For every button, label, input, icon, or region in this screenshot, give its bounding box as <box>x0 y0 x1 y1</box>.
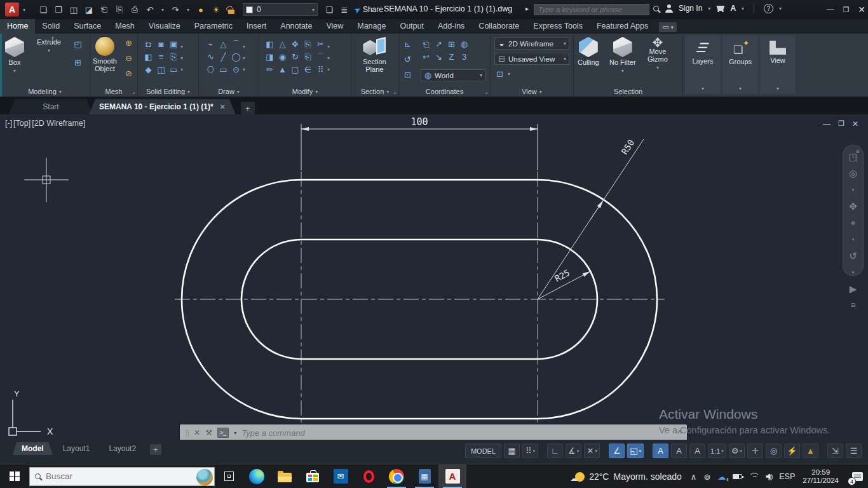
user-icon[interactable] <box>665 4 673 13</box>
solid-editing-grid[interactable]: ◘◙▣◧≡⎘◆◫▭ <box>143 39 179 75</box>
layer-on-icon[interactable]: ● <box>194 3 207 17</box>
isodraft-toggle[interactable]: ✕▾ <box>584 444 600 458</box>
draw-grid[interactable]: ⌁△⌒∿╱◯⎔▭⊙ <box>205 39 241 75</box>
mail-button[interactable]: ✉ <box>327 464 355 488</box>
zoom-icon[interactable]: ⌖ <box>850 218 855 227</box>
match-properties-icon[interactable]: ❏ <box>323 3 336 17</box>
ribbon-tab-solid[interactable]: Solid <box>35 19 67 34</box>
layer-dropdown[interactable]: 0 ▾ <box>243 3 318 16</box>
help-search-input[interactable] <box>534 4 649 15</box>
ortho-toggle[interactable]: ∟ <box>547 444 563 458</box>
hardware-acceleration-toggle[interactable]: ⚡ <box>784 444 800 458</box>
save-as-icon[interactable]: ◪ <box>83 3 95 17</box>
orbit-icon[interactable]: ↺ <box>849 251 857 261</box>
drawing-canvas[interactable]: 100 R50 R25 <box>0 114 868 440</box>
undo-caret-icon[interactable]: ▾ <box>159 3 166 17</box>
calculator-button[interactable]: ▦ <box>410 464 438 488</box>
modify-carets[interactable]: ▾▾▾ <box>327 41 330 72</box>
redo-icon[interactable]: ↷ <box>169 3 182 17</box>
layer-unlock-icon[interactable] <box>228 10 234 14</box>
workspace-gear-button[interactable]: ⚙▾ <box>729 444 745 458</box>
panel-label-draw[interactable]: Draw▾ <box>199 88 259 95</box>
ribbon-tab-manage[interactable]: Manage <box>350 19 393 34</box>
annotation-visibility-toggle[interactable]: A <box>689 444 705 458</box>
vp-view-control[interactable]: [Top] <box>13 119 31 128</box>
file-tab-close-icon[interactable]: ✕ <box>220 103 226 111</box>
panel-label-mesh[interactable]: Mesh⌟ <box>90 88 137 95</box>
showmotion-icon[interactable]: ▶ <box>850 284 857 294</box>
tray-expand-icon[interactable]: ∧ <box>691 472 697 482</box>
modify-grid[interactable]: ◧△✥⎘✂◨◉↻⎗⌒✏▲▢∈⠿ <box>264 39 326 75</box>
task-view-button[interactable] <box>215 464 243 488</box>
ribbon-tab-output[interactable]: Output <box>393 19 431 34</box>
command-input[interactable] <box>241 428 672 438</box>
move-gizmo-button[interactable]: ✥ MoveGizmo▾ <box>648 39 668 72</box>
ribbon-tab-visualize[interactable]: Visualize <box>142 19 187 34</box>
navbar-collapse-icon[interactable]: ⊟ <box>851 301 856 310</box>
taskbar-search-box[interactable] <box>29 467 215 486</box>
ucs-grid[interactable]: ⎗↗⊞◍↩↘Z3 <box>421 39 470 62</box>
sign-in-caret-icon[interactable]: ▾ <box>708 6 710 11</box>
share-label[interactable]: Share <box>363 5 383 14</box>
model-space-button[interactable]: MODEL <box>465 444 501 458</box>
ribbon-tab-collaborate[interactable]: Collaborate <box>471 19 526 34</box>
command-grip-icon[interactable]: ⣿ <box>185 429 189 437</box>
ribbon-tab-annotate[interactable]: Annotate <box>273 19 319 34</box>
volume-icon[interactable]: ))) <box>766 473 772 480</box>
app-menu-caret-icon[interactable]: ▾ <box>20 3 28 17</box>
vp-close-icon[interactable]: ✕ <box>852 119 858 128</box>
modeling-tools-column[interactable]: ◰⊞ <box>72 39 83 68</box>
recent-commands-caret-icon[interactable]: ▾ <box>234 430 236 436</box>
customize-status-button[interactable]: ☰ <box>846 444 862 458</box>
mesh-tools-column[interactable]: ⊕⊖⊘ <box>123 37 134 79</box>
model-viewport[interactable]: [-] [Top] [2D Wireframe] — ❐ ✕ ⊗ ◳ ◎ ▾ ✥… <box>0 114 868 440</box>
zoom-caret-icon[interactable]: ▾ <box>852 234 855 244</box>
command-close-icon[interactable]: ✕ <box>194 428 200 437</box>
wifi-icon[interactable] <box>749 473 759 480</box>
layout-tab-model[interactable]: Model <box>13 442 53 455</box>
microsoft-store-button[interactable] <box>299 464 327 488</box>
open-file-icon[interactable]: ❐ <box>52 3 65 17</box>
panel-label-modeling[interactable]: Modeling▾ <box>0 88 90 95</box>
ribbon-tab-home[interactable]: Home <box>0 19 35 34</box>
file-tab-document[interactable]: SEMANA 10 - Ejercicio 1 (1) (1)* ✕ <box>89 99 236 114</box>
search-icon[interactable] <box>653 6 659 11</box>
ribbon-tab-parametric[interactable]: Parametric <box>187 19 240 34</box>
panel-view-collapsed[interactable]: View▾ <box>760 36 796 94</box>
ribbon-tab-mesh[interactable]: Mesh <box>108 19 142 34</box>
annotation-monitor-toggle[interactable]: A <box>653 444 668 458</box>
ribbon-tab-addins[interactable]: Add-ins <box>431 19 471 34</box>
wireless-display-icon[interactable]: ⊚ <box>703 472 710 482</box>
weather-widget[interactable]: ☁ 22°C Mayorm. soleado <box>575 471 682 482</box>
chrome-button[interactable] <box>383 464 410 488</box>
smooth-object-button[interactable]: SmoothObject <box>93 37 117 72</box>
panel-label-selection[interactable]: Selection <box>574 88 682 95</box>
wheel-caret-icon[interactable]: ▾ <box>852 185 855 194</box>
ucs-tools-column[interactable]: ⊾↺⊡ <box>402 39 413 80</box>
command-prompt-icon[interactable]: >_ <box>217 428 229 438</box>
ribbon-tab-insert[interactable]: Insert <box>240 19 273 34</box>
command-line[interactable]: ⣿ ✕ ⚒ >_ ▾ ^ <box>180 424 687 440</box>
ribbon-tab-featured-apps[interactable]: Featured Apps <box>590 19 655 34</box>
box-button[interactable]: Box▾ <box>5 37 24 75</box>
redo-caret-icon[interactable]: ▾ <box>184 3 192 17</box>
isolate-objects-button[interactable]: ◎ <box>766 444 782 458</box>
minimize-button[interactable]: — <box>826 5 834 14</box>
help-icon[interactable]: ? <box>764 4 773 13</box>
toolbar-options-icon[interactable]: ≣ <box>338 3 351 17</box>
fullscreen-toggle[interactable]: ⇲ <box>827 444 843 458</box>
clock[interactable]: 20:59 27/11/2024 <box>803 468 839 485</box>
plot-icon[interactable]: ⎗ <box>98 3 111 17</box>
panel-label-solid-editing[interactable]: Solid Editing▾ <box>138 88 198 95</box>
sign-in-label[interactable]: Sign In <box>679 4 702 13</box>
panel-label-coordinates[interactable]: Coordinates⌟ <box>399 88 490 95</box>
start-button[interactable] <box>0 464 29 488</box>
ribbon-display-options[interactable]: ▭▾ <box>659 22 677 32</box>
pan-icon[interactable]: ✥ <box>849 201 857 211</box>
navigation-bar[interactable]: ⊗ ◳ ◎ ▾ ✥ ⌖ ▾ ↺ ▾ ▶ ⊟ <box>843 145 864 276</box>
ribbon-tab-express-tools[interactable]: Express Tools <box>526 19 590 34</box>
panel-layers[interactable]: ☰ Layers▾ <box>685 36 721 94</box>
new-drawing-tab-button[interactable]: + <box>241 102 255 114</box>
no-filter-button[interactable]: No Filter▾ <box>609 37 636 75</box>
layer-thaw-icon[interactable]: ☀ <box>210 3 222 17</box>
